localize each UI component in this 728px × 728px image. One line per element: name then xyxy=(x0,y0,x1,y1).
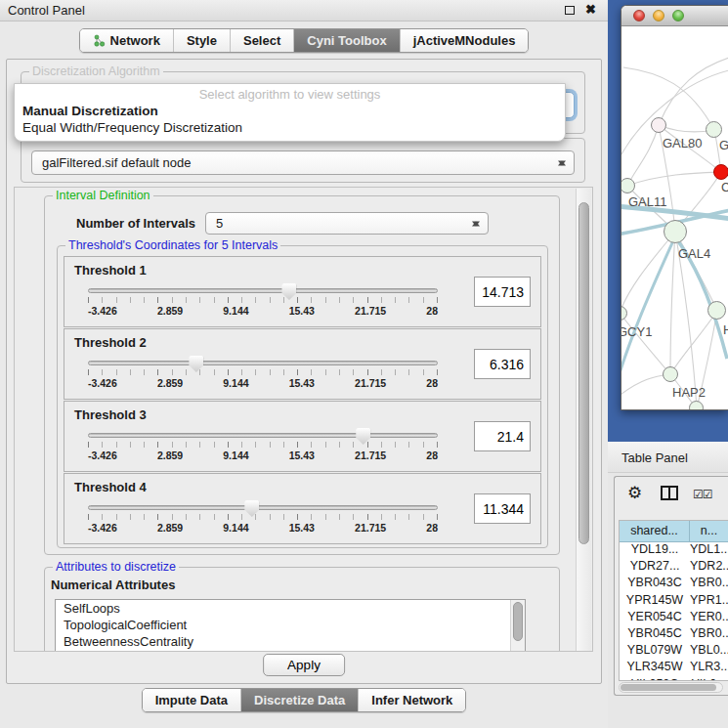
close-traffic-light-icon[interactable] xyxy=(633,10,645,21)
tab-network[interactable]: Network xyxy=(80,29,173,52)
threshold-4-value-field[interactable] xyxy=(474,493,531,524)
network-node-gal4[interactable] xyxy=(664,220,687,243)
table-cell[interactable]: YPR1... xyxy=(690,593,728,610)
slider-track[interactable] xyxy=(88,288,438,293)
table-cell[interactable]: YBL0... xyxy=(690,643,728,660)
tick-label: 2.859 xyxy=(157,377,183,389)
table-cell[interactable]: YPR145W xyxy=(620,593,690,610)
gear-icon[interactable]: ⚙ xyxy=(627,483,642,503)
table-row[interactable]: YBL079W YBL0... xyxy=(620,643,728,660)
tab-jactivemnodules[interactable]: jActiveMNodules xyxy=(400,29,529,52)
threshold-2-value-field[interactable] xyxy=(474,349,531,379)
table-cell[interactable]: YER0... xyxy=(690,610,728,626)
list-item[interactable]: BetweennessCentrality xyxy=(56,633,525,650)
tab-discretize-data[interactable]: Discretize Data xyxy=(240,689,358,711)
table-cell[interactable]: YBR0... xyxy=(690,576,728,592)
table-cell[interactable]: YLR3... xyxy=(690,660,728,676)
float-window-icon[interactable] xyxy=(565,6,575,15)
slider-track[interactable] xyxy=(88,361,438,365)
network-window-titlebar xyxy=(621,6,728,26)
network-node-h-clipped[interactable] xyxy=(707,301,726,320)
slider-track[interactable] xyxy=(88,505,438,510)
zoom-traffic-light-icon[interactable] xyxy=(672,10,684,21)
network-node-gal80[interactable] xyxy=(651,117,666,133)
threshold-1-value-field[interactable] xyxy=(474,277,531,307)
minimize-traffic-light-icon[interactable] xyxy=(653,10,664,21)
table-cell[interactable]: YLR345W xyxy=(620,660,690,676)
tab-jactivemnodules-label: jActiveMNodules xyxy=(413,33,516,48)
network-edges xyxy=(621,26,728,409)
settings-scrollbar[interactable] xyxy=(576,189,591,652)
algorithm-option-manual[interactable]: Manual Discretization xyxy=(15,103,565,119)
slider-tick-labels: -3.426 2.859 9.144 15.43 21.715 28 xyxy=(88,305,438,317)
network-node-bottom[interactable] xyxy=(689,401,704,409)
list-scrollbar[interactable] xyxy=(510,600,525,652)
list-item[interactable]: SelfLoops xyxy=(56,600,525,617)
table-cell[interactable]: YBR045C xyxy=(620,626,690,643)
table-cell[interactable]: YDR27... xyxy=(620,559,690,576)
table-data-group: Table Data galFiltered.sif default node xyxy=(21,138,585,183)
slider-ticks xyxy=(88,442,438,448)
table-row[interactable]: YIL052C YIL0... xyxy=(620,677,728,682)
threshold-3-label: Threshold 3 xyxy=(74,407,147,422)
table-row[interactable]: YBR045C YBR0... xyxy=(620,626,728,643)
table-cell[interactable]: YBL079W xyxy=(620,643,690,660)
table-row[interactable]: YDL19... YDL1... xyxy=(620,542,728,559)
table-row[interactable]: YLR345W YLR3... xyxy=(620,660,728,676)
split-columns-icon[interactable] xyxy=(661,486,678,500)
numerical-attributes-label: Numerical Attributes xyxy=(51,578,175,592)
list-scrollbar-thumb[interactable] xyxy=(513,602,523,641)
table-cell[interactable]: YBR0... xyxy=(690,626,728,643)
algorithm-dropdown-popup: Select algorithm to view settings Manual… xyxy=(14,83,566,142)
table-cell[interactable]: YBR043C xyxy=(620,576,690,592)
tab-cyni-toolbox[interactable]: Cyni Toolbox xyxy=(293,29,399,52)
table-horizontal-scrollbar-thumb[interactable] xyxy=(621,684,716,691)
tab-impute-data[interactable]: Impute Data xyxy=(143,689,240,711)
node-label-gcy1: GCY1 xyxy=(621,324,652,339)
threshold-4-slider[interactable]: -3.426 2.859 9.144 15.43 21.715 28 xyxy=(88,505,438,534)
number-of-intervals-combobox[interactable]: 5 xyxy=(205,212,489,235)
tick-label: 9.144 xyxy=(223,377,248,389)
tick-label: 28 xyxy=(426,377,438,389)
threshold-4-panel: Threshold 4 -3.426 2.859 9.144 15.43 xyxy=(64,473,541,544)
table-cell[interactable]: YDL1... xyxy=(690,542,728,559)
table-data-combobox[interactable]: galFiltered.sif default node xyxy=(31,150,575,175)
slider-track[interactable] xyxy=(88,433,438,438)
network-node-clipped-right[interactable] xyxy=(706,121,722,138)
table-cell[interactable]: YDL19... xyxy=(620,542,690,559)
threshold-2-panel: Threshold 2 -3.426 2.859 9.144 15.43 xyxy=(64,328,541,400)
threshold-2-slider[interactable]: -3.426 2.859 9.144 15.43 21.715 28 xyxy=(88,361,438,389)
node-label-clipped: GA xyxy=(719,138,728,152)
settings-scrollbar-thumb[interactable] xyxy=(578,202,589,544)
algorithm-option-equal-width[interactable]: Equal Width/Frequency Discretization xyxy=(15,119,565,136)
tab-select-label: Select xyxy=(243,33,280,48)
close-icon[interactable]: ✖ xyxy=(585,2,596,17)
select-columns-icon[interactable]: ☑☑ xyxy=(693,488,712,501)
table-cell[interactable]: YIL052C xyxy=(620,677,690,682)
table-horizontal-scrollbar[interactable] xyxy=(619,682,723,693)
column-header-name[interactable]: n... xyxy=(690,521,728,542)
threshold-3-value-field[interactable] xyxy=(474,421,531,451)
table-cell[interactable]: YDR2... xyxy=(690,559,728,576)
list-item[interactable]: TopologicalCoefficient xyxy=(56,617,525,633)
table-cell[interactable]: YIL0... xyxy=(690,677,728,682)
table-row[interactable]: YPR145W YPR1... xyxy=(620,593,728,610)
threshold-3-slider[interactable]: -3.426 2.859 9.144 15.43 21.715 28 xyxy=(88,433,438,461)
network-node-hap2[interactable] xyxy=(663,366,678,382)
tab-style[interactable]: Style xyxy=(173,29,230,52)
table-row[interactable]: YER054C YER0... xyxy=(620,610,728,626)
table-row[interactable]: YDR27... YDR2... xyxy=(620,559,728,576)
apply-button[interactable]: Apply xyxy=(263,654,345,676)
tab-select[interactable]: Select xyxy=(230,29,293,52)
slider-tick-labels: -3.426 2.859 9.144 15.43 21.715 28 xyxy=(88,450,438,461)
node-label-c-clipped: C xyxy=(721,180,728,194)
tick-label: 2.859 xyxy=(157,450,183,461)
network-node-selected-red[interactable] xyxy=(713,164,728,180)
network-canvas[interactable]: GAL80 GA C GAL11 GAL4 GCY1 H HAP2 xyxy=(621,26,728,409)
threshold-1-slider[interactable]: -3.426 2.859 9.144 15.43 21.715 28 xyxy=(88,288,438,317)
column-header-shared[interactable]: shared... xyxy=(620,521,690,542)
tick-label: 28 xyxy=(426,305,438,317)
table-cell[interactable]: YER054C xyxy=(620,610,690,626)
tab-infer-network[interactable]: Infer Network xyxy=(358,689,465,711)
table-row[interactable]: YBR043C YBR0... xyxy=(620,576,728,592)
